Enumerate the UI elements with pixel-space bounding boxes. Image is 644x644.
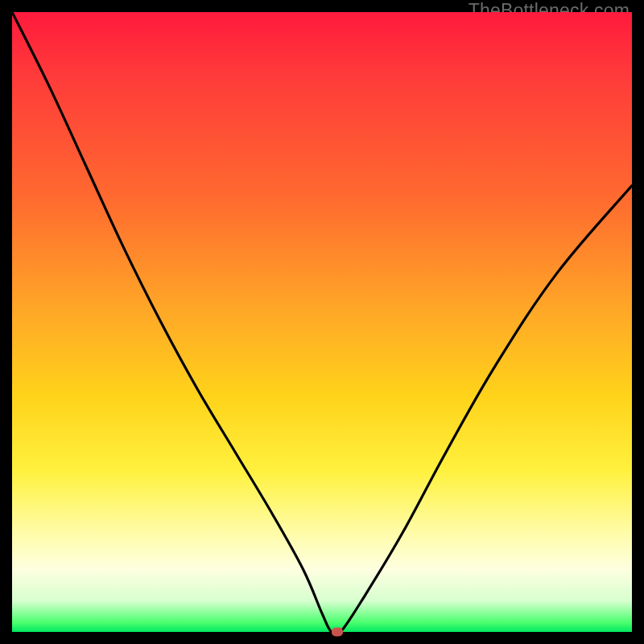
minimum-marker [332,628,343,637]
line-series [12,12,632,632]
chart-frame: TheBottleneck.com [0,0,644,644]
plot-area [12,12,632,632]
